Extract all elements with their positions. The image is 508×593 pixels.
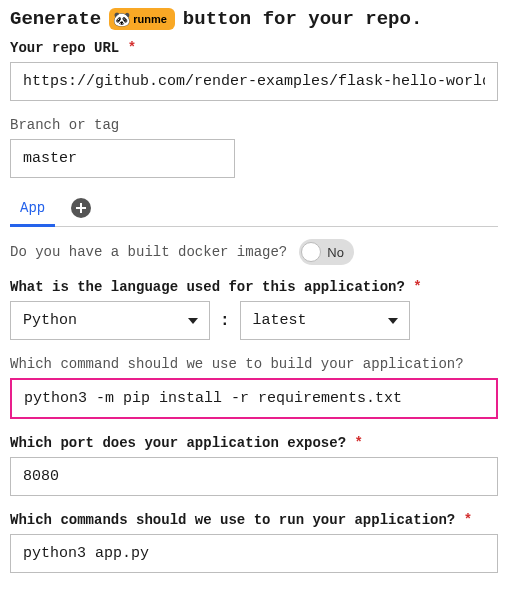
title-prefix: Generate xyxy=(10,8,101,30)
language-label-text: What is the language used for this appli… xyxy=(10,279,405,295)
build-command-field: Which command should we use to build you… xyxy=(10,356,498,419)
run-command-field: Which commands should we use to run your… xyxy=(10,512,498,573)
required-marker: * xyxy=(354,435,362,451)
port-input[interactable] xyxy=(10,457,498,496)
repo-url-input[interactable] xyxy=(10,62,498,101)
port-label-text: Which port does your application expose? xyxy=(10,435,346,451)
title-suffix: button for your repo. xyxy=(183,8,422,30)
build-command-label: Which command should we use to build you… xyxy=(10,356,498,372)
runme-badge-text: runme xyxy=(133,13,167,25)
required-marker: * xyxy=(413,279,421,295)
run-command-label-text: Which commands should we use to run your… xyxy=(10,512,455,528)
run-command-input[interactable] xyxy=(10,534,498,573)
branch-field: Branch or tag xyxy=(10,117,498,178)
port-field: Which port does your application expose?… xyxy=(10,435,498,496)
branch-label: Branch or tag xyxy=(10,117,498,133)
tab-app[interactable]: App xyxy=(10,194,55,227)
build-command-input[interactable] xyxy=(10,378,498,419)
required-marker: * xyxy=(128,40,136,56)
plus-icon xyxy=(76,203,86,213)
docker-question-row: Do you have a built docker image? No xyxy=(10,239,498,265)
branch-input[interactable] xyxy=(10,139,235,178)
tabs-row: App xyxy=(10,194,498,227)
runme-badge: 🐼 runme xyxy=(109,8,175,30)
docker-toggle[interactable]: No xyxy=(299,239,354,265)
repo-url-label: Your repo URL * xyxy=(10,40,498,56)
port-label: Which port does your application expose?… xyxy=(10,435,498,451)
run-command-label: Which commands should we use to run your… xyxy=(10,512,498,528)
language-select[interactable]: Python xyxy=(10,301,210,340)
repo-url-field: Your repo URL * xyxy=(10,40,498,101)
language-label: What is the language used for this appli… xyxy=(10,279,498,295)
language-field: What is the language used for this appli… xyxy=(10,279,498,340)
required-marker: * xyxy=(464,512,472,528)
page-title: Generate 🐼 runme button for your repo. xyxy=(10,8,498,30)
docker-question-text: Do you have a built docker image? xyxy=(10,244,287,260)
docker-toggle-label: No xyxy=(327,245,344,260)
runme-badge-icon: 🐼 xyxy=(113,11,129,27)
toggle-knob xyxy=(301,242,321,262)
version-select[interactable]: latest xyxy=(240,301,410,340)
language-separator: : xyxy=(220,312,230,330)
add-tab-button[interactable] xyxy=(71,198,91,218)
repo-url-label-text: Your repo URL xyxy=(10,40,119,56)
